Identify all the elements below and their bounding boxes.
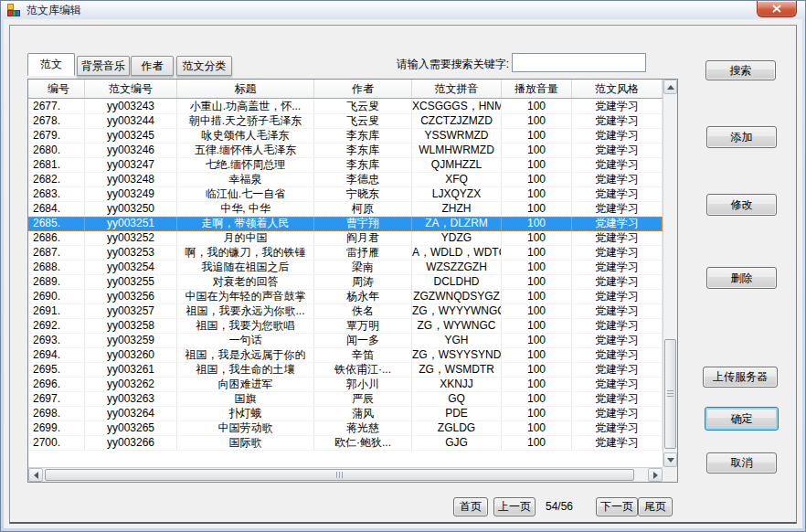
titlebar[interactable]: 范文库编辑 <box>1 1 805 19</box>
column-header[interactable]: 编号 <box>28 80 85 98</box>
table-cell: yy003264 <box>85 407 177 421</box>
table-cell: 李东库 <box>314 158 412 173</box>
table-cell: 100 <box>502 378 572 392</box>
scroll-right-button[interactable] <box>648 468 663 482</box>
table-cell: 党建学习 <box>572 290 663 304</box>
tab-category[interactable]: 范文分类 <box>176 56 232 76</box>
table-cell: ZHZH <box>412 202 502 217</box>
record-table: 编号 范文编号 标题 作者 范文拼音 播放音量 范文风格 2677.yy0032… <box>27 79 678 483</box>
table-row[interactable]: 2678.yy003244朝中措.天之骄子毛泽东飞云叟CZCTZJZMZD100… <box>28 114 663 129</box>
table-row[interactable]: 2680.yy003246五律.缅怀伟人毛泽东李东库WLMHWRMZD100党建… <box>28 144 663 158</box>
table-row[interactable]: 2690.yy003256中国在为年轻的声音鼓掌杨永年ZGZWNQDSYGZ10… <box>28 290 663 304</box>
table-cell: 100 <box>502 334 572 348</box>
tab-bgmusic[interactable]: 背景音乐 <box>77 56 130 76</box>
last-page-button[interactable]: 尾页 <box>638 497 673 516</box>
table-cell: 党建学习 <box>572 217 663 231</box>
tab-fanwen[interactable]: 范文 <box>27 53 75 76</box>
column-header[interactable]: 标题 <box>177 80 314 98</box>
delete-button[interactable]: 删除 <box>706 267 777 289</box>
table-row[interactable]: 2689.yy003255对衰老的回答周涛DCLDHD100党建学习 <box>28 275 663 290</box>
table-cell: 2684. <box>28 202 85 217</box>
scroll-down-button[interactable] <box>663 452 677 467</box>
table-row[interactable]: 2684.yy003250中华, 中华柯原ZHZH100党建学习 <box>28 202 663 217</box>
table-row[interactable]: 2687.yy003253啊，我的镰刀，我的铁锤雷抒雁A，WDLD，WDTC10… <box>28 246 663 261</box>
dialog-window: 范文库编辑 范文 背景音乐 作者 范文分类 请输入需要搜索关键字: 编号 范文编… <box>0 0 806 532</box>
scroll-left-button[interactable] <box>28 468 43 482</box>
tab-author[interactable]: 作者 <box>131 56 174 76</box>
horizontal-scrollbar[interactable] <box>28 467 663 482</box>
table-cell: ZG，WYYYWNGC！ <box>412 304 502 319</box>
vertical-scrollbar[interactable] <box>663 80 677 467</box>
table-row[interactable]: 2700.yy003266国际歌欧仁·鲍狄...GJG100党建学习 <box>28 436 663 451</box>
column-header[interactable]: 播放音量 <box>502 80 572 98</box>
table-cell: 严辰 <box>314 392 412 407</box>
modify-button[interactable]: 修改 <box>706 194 777 216</box>
table-row[interactable]: 2694.yy003260祖国，我是永远属于你的辛笛ZG，WSYYSYND100… <box>28 348 663 363</box>
table-cell: 阎月君 <box>314 231 412 246</box>
table-cell: 100 <box>502 304 572 319</box>
search-input[interactable] <box>512 53 646 72</box>
table-row[interactable]: 2683.yy003249临江仙.七一自省宁晓东LJXQYZX100党建学习 <box>28 187 663 202</box>
column-header[interactable]: 作者 <box>314 80 412 98</box>
table-cell: 2678. <box>28 114 85 129</box>
next-page-button[interactable]: 下一页 <box>596 497 638 516</box>
table-cell: 100 <box>502 158 572 173</box>
table-row[interactable]: 2692.yy003258祖国，我要为您歌唱覃万明ZG，WYWNGC100党建学… <box>28 319 663 334</box>
table-cell: yy003255 <box>85 275 177 290</box>
table-row[interactable]: 2697.yy003263国旗严辰GQ100党建学习 <box>28 392 663 407</box>
upload-server-button[interactable]: 上传服务器 <box>703 367 778 388</box>
table-cell: 党建学习 <box>572 407 663 421</box>
table-cell: 七绝.缅怀周总理 <box>177 158 314 173</box>
table-row[interactable]: 2691.yy003257祖国，我要永远为你歌...佚名ZG，WYYYWNGC！… <box>28 304 663 319</box>
prev-page-button[interactable]: 上一页 <box>493 497 536 516</box>
table-cell: 覃万明 <box>314 319 412 334</box>
search-button[interactable]: 搜索 <box>705 60 776 80</box>
table-cell: 2687. <box>28 246 85 261</box>
table-cell: yy003254 <box>85 261 177 275</box>
column-header[interactable]: 范文风格 <box>572 80 663 98</box>
table-cell: 2685. <box>28 217 85 231</box>
table-cell: 郭小川 <box>314 378 412 392</box>
table-row[interactable]: 2693.yy003259一句话闻一多YGH100党建学习 <box>28 334 663 348</box>
table-cell: 100 <box>502 407 572 421</box>
cancel-button[interactable]: 取消 <box>706 452 777 473</box>
add-button[interactable]: 添加 <box>706 126 777 148</box>
table-row[interactable]: 2698.yy003264扑灯蛾蒲风PDE100党建学习 <box>28 407 663 421</box>
table-cell: yy003251 <box>85 217 177 231</box>
scroll-up-button[interactable] <box>663 80 677 94</box>
table-cell: 100 <box>502 392 572 407</box>
table-row[interactable]: 2677.yy003243小重山.功高盖世，怀...飞云叟XCSGGGS，HNM… <box>28 100 663 114</box>
close-button[interactable] <box>757 1 797 17</box>
table-cell: YDZG <box>412 231 502 246</box>
table-cell: 2679. <box>28 129 85 144</box>
table-row[interactable]: 2686.yy003252月的中国阎月君YDZG100党建学习 <box>28 231 663 246</box>
ok-button[interactable]: 确定 <box>705 407 779 431</box>
table-row[interactable]: 2696.yy003262向困难进军郭小川XKNJJ100党建学习 <box>28 378 663 392</box>
table-cell: YGH <box>412 334 502 348</box>
table-cell: 100 <box>502 275 572 290</box>
table-row[interactable]: 2699.yy003265中国劳动歌蒋光慈ZGLDG100党建学习 <box>28 421 663 436</box>
table-cell: 李东库 <box>314 129 412 144</box>
arrow-left-icon <box>34 472 38 479</box>
search-keyword-label: 请输入需要搜索关键字: <box>397 57 509 72</box>
table-row[interactable]: 2682.yy003248幸福泉李德忠XFQ100党建学习 <box>28 173 663 187</box>
table-row[interactable]: 2679.yy003245咏史颂伟人毛泽东李东库YSSWRMZD100党建学习 <box>28 129 663 144</box>
first-page-button[interactable]: 首页 <box>453 497 488 516</box>
vertical-scroll-thumb[interactable] <box>664 339 676 449</box>
table-cell: 咏史颂伟人毛泽东 <box>177 129 314 144</box>
horizontal-scroll-thumb[interactable] <box>45 469 634 481</box>
table-row[interactable]: 2681.yy003247七绝.缅怀周总理李东库QJMHZZL100党建学习 <box>28 158 663 173</box>
arrow-up-icon <box>667 85 674 90</box>
table-cell: 中华, 中华 <box>177 202 314 217</box>
table-cell: 飞云叟 <box>314 100 412 114</box>
table-row[interactable]: 2688.yy003254我追随在祖国之后梁南WZSZZGZH100党建学习 <box>28 261 663 275</box>
table-cell: 100 <box>502 114 572 129</box>
scrollbar-corner <box>663 467 677 482</box>
table-row[interactable]: 2695.yy003261祖国，我生命的土壤铁依甫江·...ZG，WSMDTR1… <box>28 363 663 378</box>
column-header[interactable]: 范文编号 <box>85 80 177 98</box>
table-row-selected[interactable]: 2685.yy003251走啊，带领着人民曹宇翔ZA，DLZRM100党建学习 <box>28 217 663 231</box>
table-cell: yy003265 <box>85 421 177 436</box>
column-header[interactable]: 范文拼音 <box>412 80 502 98</box>
table-cell: yy003249 <box>85 187 177 202</box>
table-cell: 党建学习 <box>572 187 663 202</box>
